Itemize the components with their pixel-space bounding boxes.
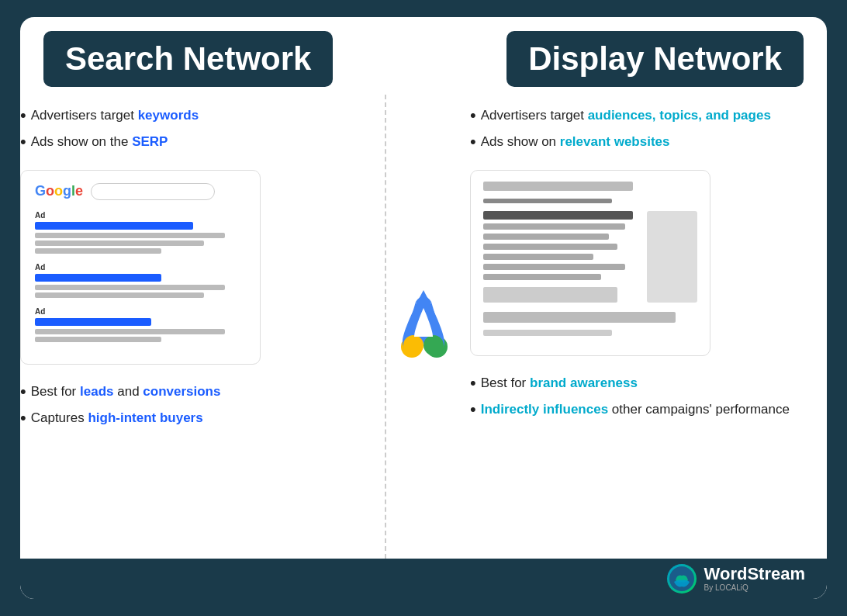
card-footer: WordStream By LOCALiQ (20, 559, 827, 599)
content-row: Advertisers target keywords Ads show on … (20, 95, 827, 559)
wordstream-icon (667, 564, 697, 594)
search-network-title: Search Network (65, 40, 311, 78)
ad-blue-bar-1 (35, 222, 193, 230)
divider-line (385, 95, 386, 559)
brand-awareness-highlight: brand awareness (530, 375, 638, 390)
ad-block-2: Ad (35, 263, 246, 298)
display-mockup (470, 170, 710, 356)
search-top-bullets: Advertisers target keywords Ads show on … (20, 95, 377, 164)
relevant-websites-highlight: relevant websites (560, 134, 670, 149)
ad-blue-bar-2 (35, 274, 161, 282)
search-mockup: Google Ad Ad (20, 170, 261, 365)
display-header-box: Display Network (506, 31, 804, 87)
conversions-highlight: conversions (143, 384, 220, 399)
search-bottom-bullet-1: Best for leads and conversions (20, 379, 377, 405)
search-serp-highlight: SERP (132, 134, 168, 149)
header-row: Search Network Display Network (20, 17, 827, 95)
ad-block-1: Ad (35, 211, 246, 254)
search-keywords-highlight: keywords (138, 108, 199, 123)
google-bar: Google (35, 183, 246, 200)
ad-blue-bar-3 (35, 318, 151, 326)
search-bottom-bullets: Best for leads and conversions Captures … (20, 371, 377, 440)
center-divider (385, 95, 462, 559)
display-bottom-bullets: Best for brand awareness Indirectly infl… (470, 362, 827, 431)
display-bottom-bullet-2: Indirectly influences other campaigns' p… (470, 396, 827, 423)
google-ads-logo (389, 286, 458, 367)
display-column: Advertisers target audiences, topics, an… (462, 95, 827, 559)
display-bottom-bullet-1: Best for brand awareness (470, 370, 827, 396)
leads-highlight: leads (80, 384, 113, 399)
search-bottom-bullet-2: Captures high-intent buyers (20, 405, 377, 431)
high-intent-highlight: high-intent buyers (88, 410, 202, 425)
indirectly-highlight: Indirectly influences (481, 402, 608, 417)
search-header-box: Search Network (43, 31, 333, 87)
wordstream-logo: WordStream By LOCALiQ (704, 566, 805, 592)
localiq-subtext: By LOCALiQ (704, 583, 748, 592)
google-search-input (91, 183, 215, 200)
search-bullet-1: Advertisers target keywords (20, 102, 377, 129)
search-column: Advertisers target keywords Ads show on … (20, 95, 385, 559)
ad-block-3: Ad (35, 307, 246, 342)
google-logo: Google (35, 183, 83, 199)
wordstream-name: WordStream (704, 566, 805, 583)
display-bullet-2: Ads show on relevant websites (470, 129, 827, 155)
display-bullet-1: Advertisers target audiences, topics, an… (470, 102, 827, 129)
svg-point-2 (403, 335, 424, 355)
search-bullet-2: Ads show on the SERP (20, 129, 377, 155)
main-card: Search Network Display Network Advertise… (20, 17, 827, 599)
audiences-highlight: audiences, topics, and pages (588, 108, 771, 123)
svg-point-3 (424, 335, 444, 355)
display-network-title: Display Network (528, 40, 782, 78)
display-top-bullets: Advertisers target audiences, topics, an… (470, 95, 827, 164)
